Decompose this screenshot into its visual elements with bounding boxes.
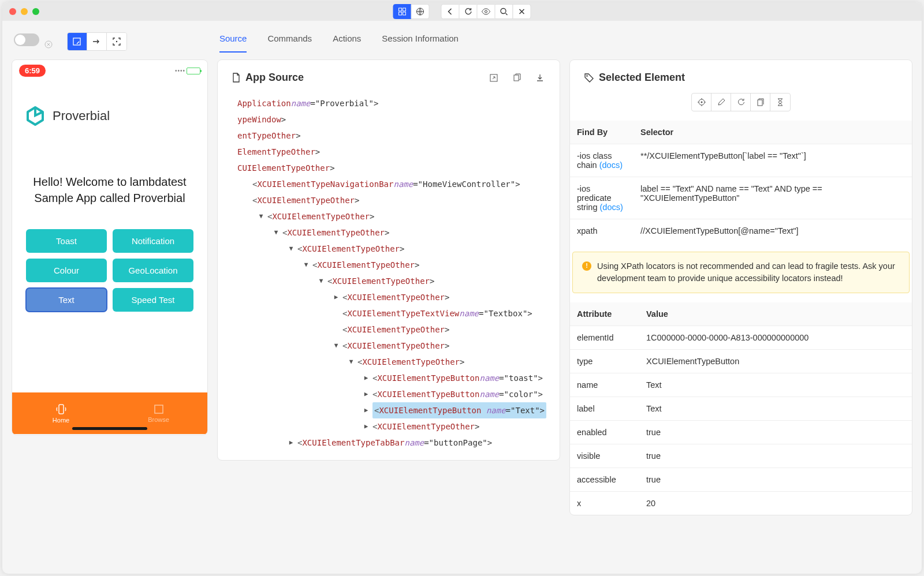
send-keys-button[interactable] [711, 93, 731, 111]
caret-icon[interactable]: ▼ [332, 339, 340, 352]
caret-icon[interactable]: ▼ [347, 356, 355, 368]
tree-node[interactable]: <XCUIElementTypeOther> [227, 192, 550, 208]
text-button[interactable]: Text [26, 288, 107, 312]
attribute-value[interactable]: Text [639, 397, 912, 421]
eye-button[interactable] [477, 4, 495, 19]
tree-node[interactable]: ypeWindow> [227, 111, 550, 128]
refresh-button[interactable] [459, 4, 478, 19]
tap-element-button[interactable] [692, 93, 711, 111]
swipe-mode-button[interactable] [87, 33, 107, 50]
tree-node[interactable]: Application name="Proverbial"> [227, 95, 550, 111]
attribute-value[interactable]: 20 [639, 492, 912, 515]
caret-icon[interactable]: ▶ [362, 420, 370, 433]
tree-node[interactable]: ▶<XCUIElementTypeOther> [227, 418, 550, 435]
download-source-button[interactable] [534, 72, 546, 84]
tree-node[interactable]: ▶<XCUIElementTypeTabBar name="buttonPage… [227, 435, 550, 451]
close-session-button[interactable] [513, 4, 531, 19]
colour-button[interactable]: Colour [26, 259, 107, 282]
tab-actions[interactable]: Actions [333, 30, 361, 53]
tree-node[interactable]: ▼<XCUIElementTypeOther> [227, 257, 550, 273]
tree-node[interactable]: <XCUIElementTypeOther> [227, 321, 550, 338]
attribute-row: elementId 1C000000-0000-0000-A813-000000… [570, 326, 912, 350]
download-icon [535, 73, 545, 83]
attribute-row: type XCUIElementTypeButton [570, 350, 912, 373]
copy-element-button[interactable] [751, 93, 770, 111]
attribute-row: label Text [570, 397, 912, 421]
toast-button[interactable]: Toast [26, 229, 107, 253]
copy-source-button[interactable] [511, 72, 523, 84]
caret-icon[interactable]: ▶ [362, 388, 370, 401]
attribute-value[interactable]: XCUIElementTypeButton [639, 350, 912, 373]
source-tree[interactable]: Application name="Proverbial">ypeWindow>… [218, 93, 560, 460]
expand-source-button[interactable] [488, 72, 500, 84]
mjpeg-toggle-wrap [14, 33, 53, 48]
locator-strategy: -ios class chain (docs) [570, 144, 634, 177]
tree-node[interactable]: ▼<XCUIElementTypeOther> [227, 241, 550, 257]
attribute-name: label [570, 397, 639, 421]
attribute-name: name [570, 373, 639, 397]
search-button[interactable] [495, 4, 513, 19]
locator-row: xpath //XCUIElementTypeButton[@name="Tex… [570, 219, 912, 243]
attribute-value[interactable]: Text [639, 373, 912, 397]
attribute-value[interactable]: 1C000000-0000-0000-A813-000000000000 [639, 326, 912, 350]
select-mode-button[interactable] [68, 33, 87, 50]
tree-node[interactable]: ▼<XCUIElementTypeOther> [227, 354, 550, 370]
mjpeg-toggle[interactable] [14, 33, 39, 46]
source-panel: App Source Application name="Proverbial"… [217, 59, 560, 461]
locator-selector[interactable]: //XCUIElementTypeButton[@name="Text"] [634, 219, 912, 243]
tree-node[interactable]: CUIElementTypeOther> [227, 160, 550, 176]
tree-node[interactable]: ▶<XCUIElementTypeButton name="color"> [227, 386, 550, 402]
locator-selector[interactable]: **/XCUIElementTypeButton[`label == "Text… [634, 144, 912, 177]
docs-link[interactable]: (docs) [600, 203, 623, 212]
tap-coords-mode-button[interactable] [107, 33, 126, 50]
refresh-element-button[interactable] [731, 93, 751, 111]
svg-rect-2 [399, 12, 402, 15]
native-mode-button[interactable] [393, 4, 412, 19]
attribute-value[interactable]: true [639, 421, 912, 444]
tab-commands[interactable]: Commands [267, 30, 312, 53]
tree-node[interactable]: ▼<XCUIElementTypeOther> [227, 338, 550, 354]
tree-node[interactable]: ▼<XCUIElementTypeOther> [227, 208, 550, 225]
arrow-left-icon [446, 8, 454, 16]
notification-button[interactable]: Notification [113, 229, 193, 253]
attribute-value[interactable]: true [639, 468, 912, 492]
docs-link[interactable]: (docs) [599, 160, 623, 170]
tree-node[interactable]: ▶<XCUIElementTypeOther> [227, 289, 550, 305]
device-screenshot[interactable]: 6:59 •••• Proverbial Hello! Welcome to l… [12, 59, 208, 435]
maximize-window-button[interactable] [32, 8, 39, 15]
web-mode-button[interactable] [411, 4, 430, 19]
locator-row: -ios predicate string (docs) label == "T… [570, 177, 912, 219]
locator-selector[interactable]: label == "Text" AND name == "Text" AND t… [634, 177, 912, 219]
caret-icon[interactable]: ▼ [257, 210, 265, 223]
caret-icon[interactable]: ▼ [272, 226, 280, 239]
caret-icon[interactable]: ▼ [302, 259, 310, 271]
caret-icon[interactable]: ▶ [362, 404, 370, 417]
tree-node[interactable]: ▼<XCUIElementTypeOther> [227, 273, 550, 289]
back-button[interactable] [441, 4, 460, 19]
svg-rect-8 [73, 38, 80, 45]
minimize-window-button[interactable] [21, 8, 28, 15]
caret-icon[interactable]: ▼ [287, 242, 295, 255]
app-header: Proverbial [12, 81, 207, 139]
file-icon [232, 73, 241, 83]
app-logo-icon [24, 104, 47, 128]
tree-node[interactable]: <XCUIElementTypeTextView name="Textbox"> [227, 305, 550, 321]
caret-icon[interactable]: ▼ [317, 275, 325, 287]
caret-icon[interactable]: ▶ [332, 291, 340, 304]
caret-icon[interactable]: ▶ [362, 372, 370, 384]
tree-node[interactable]: entTypeOther> [227, 128, 550, 144]
tab-source[interactable]: Source [219, 30, 247, 53]
close-window-button[interactable] [9, 8, 16, 15]
attribute-value[interactable]: true [639, 444, 912, 468]
speedtest-button[interactable]: Speed Test [113, 288, 193, 312]
tree-node[interactable]: ▶<XCUIElementTypeButton name="toast"> [227, 370, 550, 386]
tree-node[interactable]: ▶<XCUIElementTypeButton name="Text"> [227, 402, 550, 418]
tree-node[interactable]: ElementTypeOther> [227, 144, 550, 160]
caret-icon[interactable]: ▶ [287, 436, 295, 449]
tree-node[interactable]: ▼<XCUIElementTypeOther> [227, 225, 550, 241]
timing-button[interactable] [770, 93, 790, 111]
tab-session-info[interactable]: Session Information [382, 30, 459, 53]
geolocation-button[interactable]: GeoLocation [113, 259, 193, 282]
tree-node[interactable]: <XCUIElementTypeNavigationBar name="Home… [227, 176, 550, 192]
grid-icon [398, 8, 407, 16]
